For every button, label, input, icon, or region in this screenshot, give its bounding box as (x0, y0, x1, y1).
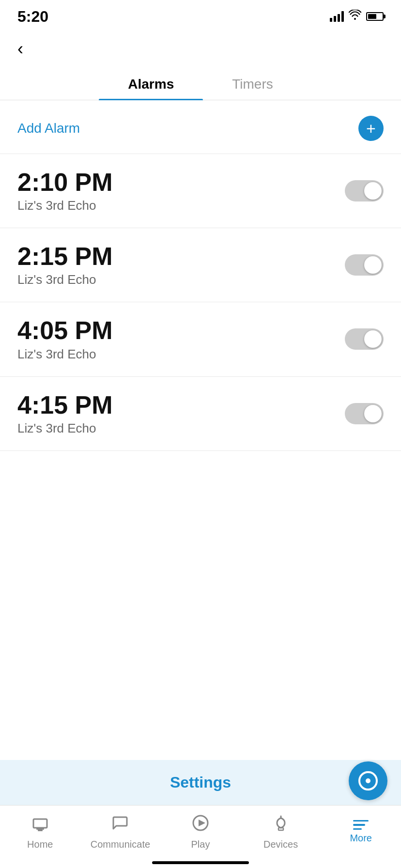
alarm-device: Liz's 3rd Echo (17, 347, 113, 362)
svg-rect-5 (278, 828, 283, 830)
alarm-list: 2:10 PM Liz's 3rd Echo 2:15 PM Liz's 3rd… (0, 154, 401, 451)
signal-icon (330, 11, 344, 22)
more-icon (353, 820, 369, 830)
communicate-icon (111, 814, 129, 836)
alarm-time: 4:05 PM (17, 317, 113, 344)
nav-label-play: Play (191, 839, 210, 850)
alarm-row: 2:10 PM Liz's 3rd Echo (0, 154, 401, 228)
home-indicator (152, 861, 249, 864)
alarm-info: 4:05 PM Liz's 3rd Echo (17, 317, 113, 361)
alexa-fab-button[interactable] (349, 761, 387, 800)
status-bar: 5:20 (0, 0, 401, 29)
home-icon (31, 814, 49, 836)
nav-label-devices: Devices (263, 839, 298, 850)
back-button[interactable]: ‹ (0, 29, 401, 64)
tab-bar: Alarms Timers (0, 69, 401, 100)
alarm-time: 4:15 PM (17, 391, 113, 419)
add-alarm-button[interactable]: + (358, 116, 384, 141)
nav-item-devices[interactable]: Devices (241, 814, 321, 850)
back-chevron-icon: ‹ (17, 39, 23, 59)
add-alarm-link[interactable]: Add Alarm (17, 121, 80, 136)
alarm-toggle-2[interactable] (345, 328, 384, 350)
alarm-time: 2:15 PM (17, 243, 113, 270)
battery-icon (366, 12, 384, 21)
alarm-time: 2:10 PM (17, 169, 113, 196)
nav-label-home: Home (27, 839, 53, 850)
alarm-toggle-0[interactable] (345, 180, 384, 202)
nav-label-communicate: Communicate (91, 839, 150, 850)
alexa-fab-inner (358, 771, 378, 790)
alarm-row: 2:15 PM Liz's 3rd Echo (0, 228, 401, 302)
bottom-nav: Home Communicate Play Devices (0, 805, 401, 868)
alexa-dot-icon (366, 778, 370, 783)
svg-rect-1 (36, 828, 44, 830)
alarm-device: Liz's 3rd Echo (17, 198, 113, 213)
alarm-info: 4:15 PM Liz's 3rd Echo (17, 391, 113, 436)
nav-item-communicate[interactable]: Communicate (80, 814, 161, 850)
alarm-row: 4:15 PM Liz's 3rd Echo (0, 377, 401, 451)
devices-icon (272, 814, 290, 836)
alarm-row: 4:05 PM Liz's 3rd Echo (0, 302, 401, 376)
tab-timers[interactable]: Timers (203, 69, 302, 100)
alarm-toggle-3[interactable] (345, 403, 384, 424)
alarm-toggle-1[interactable] (345, 254, 384, 276)
nav-item-play[interactable]: Play (160, 814, 241, 850)
play-icon (192, 814, 209, 836)
settings-label: Settings (170, 774, 231, 791)
add-alarm-row: Add Alarm + (0, 100, 401, 154)
status-time: 5:20 (17, 8, 48, 26)
wifi-icon (349, 10, 361, 23)
svg-marker-4 (199, 820, 205, 826)
tab-alarms[interactable]: Alarms (99, 69, 203, 100)
alarm-info: 2:10 PM Liz's 3rd Echo (17, 169, 113, 213)
alarm-device: Liz's 3rd Echo (17, 272, 113, 287)
alarm-device: Liz's 3rd Echo (17, 421, 113, 436)
svg-rect-2 (38, 830, 43, 831)
settings-bar[interactable]: Settings (0, 760, 401, 805)
status-icons (330, 10, 384, 23)
alarm-info: 2:15 PM Liz's 3rd Echo (17, 243, 113, 287)
nav-label-more: More (350, 833, 372, 844)
nav-item-more[interactable]: More (321, 820, 401, 844)
svg-rect-0 (33, 819, 47, 828)
nav-item-home[interactable]: Home (0, 814, 80, 850)
